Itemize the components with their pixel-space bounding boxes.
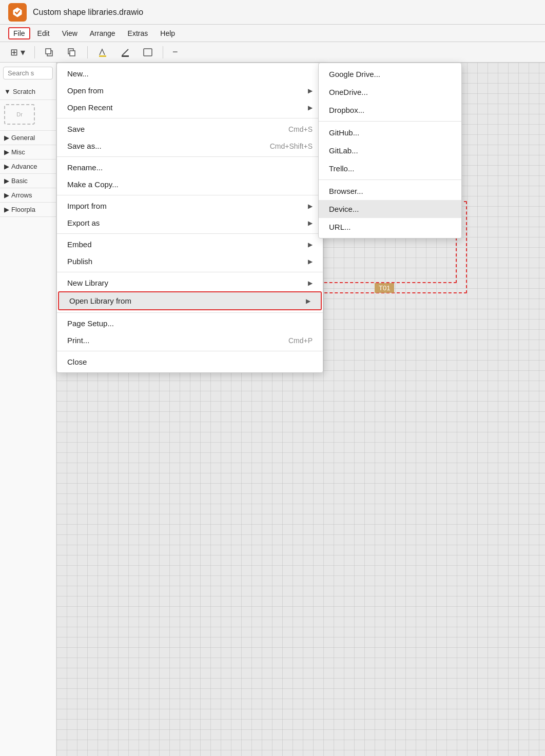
arrow-icon: ▶ (306, 297, 310, 305)
sidebar-label-misc: Misc (11, 148, 25, 156)
arrow-icon: ▶ (308, 280, 313, 287)
expand-icon-arrows: ▶ (4, 191, 9, 199)
sidebar-label-general: General (11, 134, 35, 142)
svg-rect-1 (46, 49, 51, 54)
zoom-out-btn[interactable]: − (168, 45, 182, 59)
submenu-github[interactable]: GitHub... (319, 124, 461, 142)
scratch-shape-area: Dr (0, 100, 56, 131)
menu-extras[interactable]: Extras (123, 27, 153, 39)
sidebar-item-misc[interactable]: ▶ Misc (0, 145, 56, 160)
expand-icon-advance: ▶ (4, 163, 9, 170)
svg-rect-4 (99, 55, 106, 57)
menu-entry-save-as[interactable]: Save as... Cmd+Shift+S (57, 137, 323, 154)
menu-entry-page-setup[interactable]: Page Setup... (57, 315, 323, 332)
toolbar: ⊞ ▾ − (0, 42, 545, 63)
menu-entry-print[interactable]: Print... Cmd+P (57, 332, 323, 349)
sidebar-toggle-btn[interactable]: ⊞ ▾ (6, 45, 29, 60)
sidebar-label-floorplan: Floorpla (11, 206, 35, 213)
sidebar-item-basic[interactable]: ▶ Basic (0, 174, 56, 188)
menu-entry-open-recent[interactable]: Open Recent ▶ (57, 99, 323, 116)
search-input[interactable] (3, 67, 53, 79)
t01-tag: T01 (375, 283, 394, 293)
menu-entry-export-as[interactable]: Export as ▶ (57, 214, 323, 231)
sidebar-item-general[interactable]: ▶ General (0, 131, 56, 145)
menu-divider (57, 233, 323, 234)
sidebar-item-advance[interactable]: ▶ Advance (0, 160, 56, 174)
shortcut-label: Cmd+Shift+S (270, 142, 313, 150)
arrow-icon: ▶ (308, 104, 313, 111)
menu-divider (57, 312, 323, 313)
scratch-drop-area: Dr (4, 104, 35, 125)
fill-color-btn[interactable] (93, 45, 112, 60)
sidebar-item-scratch[interactable]: ▼ Scratch (0, 84, 56, 100)
menu-divider (57, 272, 323, 272)
submenu-onedrive[interactable]: OneDrive... (319, 83, 461, 101)
menu-bar: File Edit View Arrange Extras Help (0, 25, 545, 42)
menu-view[interactable]: View (57, 27, 83, 39)
menu-entry-import-from[interactable]: Import from ▶ (57, 197, 323, 214)
submenu-dropbox[interactable]: Dropbox... (319, 101, 461, 119)
menu-divider (57, 195, 323, 195)
submenu-device[interactable]: Device... (319, 200, 461, 218)
sidebar-label-scratch: Scratch (13, 88, 35, 95)
menu-arrange[interactable]: Arrange (85, 27, 121, 39)
sidebar-label-basic: Basic (11, 177, 28, 185)
arrow-icon: ▶ (308, 203, 313, 210)
toolbar-separator-2 (87, 46, 88, 58)
sidebar-label-advance: Advance (11, 163, 37, 170)
file-menu: New... Open from ▶ Open Recent ▶ Save Cm… (56, 63, 323, 373)
submenu-trello[interactable]: Trello... (319, 160, 461, 177)
expand-icon-basic: ▶ (4, 177, 9, 185)
menu-entry-rename[interactable]: Rename... (57, 159, 323, 176)
menu-file[interactable]: File (8, 27, 30, 39)
submenu-gitlab[interactable]: GitLab... (319, 142, 461, 160)
title-bar: Custom shape libraries.drawio (0, 0, 545, 25)
toolbar-separator-3 (163, 46, 163, 58)
menu-entry-new[interactable]: New... (57, 65, 323, 82)
menu-divider (57, 118, 323, 118)
arrow-icon: ▶ (308, 87, 313, 94)
submenu-google-drive[interactable]: Google Drive... (319, 65, 461, 83)
to-front-btn[interactable] (40, 45, 60, 60)
expand-icon: ▼ (4, 88, 11, 95)
svg-rect-6 (144, 49, 152, 56)
submenu-divider (319, 121, 461, 122)
to-back-btn[interactable] (63, 45, 82, 60)
sidebar-label-arrows: Arrows (11, 191, 32, 199)
open-library-submenu: Google Drive... OneDrive... Dropbox... G… (318, 63, 462, 238)
menu-entry-make-copy[interactable]: Make a Copy... (57, 176, 323, 193)
menu-entry-new-library[interactable]: New Library ▶ (57, 274, 323, 291)
toolbar-separator-1 (34, 46, 35, 58)
submenu-divider (319, 180, 461, 180)
expand-icon-misc: ▶ (4, 148, 9, 156)
svg-rect-3 (70, 51, 75, 56)
svg-rect-5 (122, 55, 129, 57)
sidebar: ▼ Scratch Dr ▶ General ▶ Misc ▶ Advance … (0, 63, 56, 756)
line-color-btn[interactable] (115, 45, 135, 60)
shortcut-label: Cmd+S (288, 125, 313, 133)
menu-help[interactable]: Help (155, 27, 180, 39)
menu-edit[interactable]: Edit (32, 27, 55, 39)
shortcut-label: Cmd+P (288, 336, 313, 345)
menu-entry-save[interactable]: Save Cmd+S (57, 121, 323, 137)
arrow-icon: ▶ (308, 258, 313, 265)
sidebar-item-floorplan[interactable]: ▶ Floorpla (0, 203, 56, 217)
menu-entry-open-from[interactable]: Open from ▶ (57, 82, 323, 99)
expand-icon-general: ▶ (4, 134, 9, 142)
sidebar-item-arrows[interactable]: ▶ Arrows (0, 188, 56, 203)
submenu-url[interactable]: URL... (319, 218, 461, 236)
menu-entry-embed[interactable]: Embed ▶ (57, 236, 323, 253)
menu-entry-open-library[interactable]: Open Library from ▶ (58, 291, 322, 310)
app-icon (8, 3, 27, 22)
expand-icon-floorplan: ▶ (4, 206, 9, 213)
menu-divider (57, 156, 323, 157)
menu-divider (57, 351, 323, 351)
page-title: Custom shape libraries.drawio (33, 8, 143, 17)
menu-entry-close[interactable]: Close (57, 353, 323, 370)
arrow-icon: ▶ (308, 220, 313, 227)
submenu-browser[interactable]: Browser... (319, 182, 461, 200)
arrow-icon: ▶ (308, 241, 313, 248)
menu-entry-publish[interactable]: Publish ▶ (57, 253, 323, 270)
format-btn[interactable] (138, 45, 158, 60)
